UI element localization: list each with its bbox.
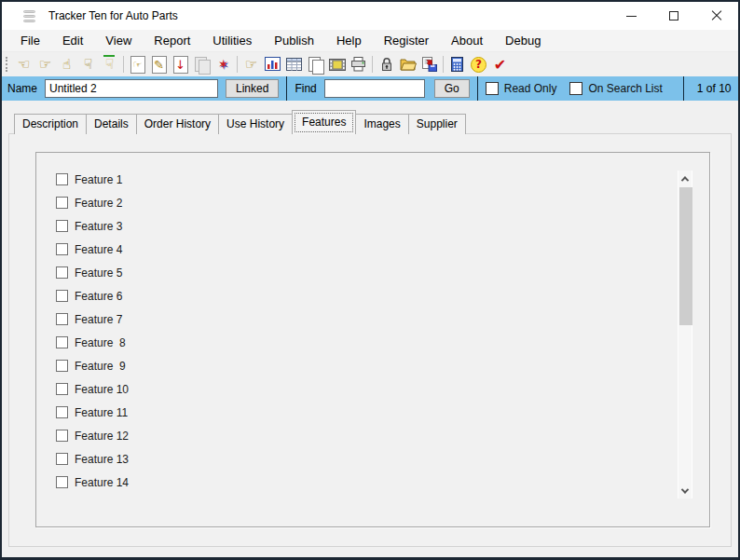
read-only-label: Read Only: [504, 82, 557, 95]
find-label: Find: [295, 82, 316, 95]
menu-edit[interactable]: Edit: [51, 30, 94, 51]
menu-utilities[interactable]: Utilities: [201, 30, 263, 51]
minimize-icon: [626, 16, 637, 17]
feature-checkbox-row[interactable]: Feature 11: [56, 405, 709, 419]
hand-up-icon[interactable]: ☝: [56, 54, 77, 75]
features-tab-page: Feature 1 Feature 2 Feature 3 Feature 4 …: [8, 133, 732, 547]
lock-icon[interactable]: [376, 54, 397, 75]
feature-6-checkbox[interactable]: [56, 290, 68, 302]
scrollbar-thumb[interactable]: [679, 187, 692, 325]
feature-checkbox-row[interactable]: Feature 9: [56, 359, 709, 373]
spellcheck-icon[interactable]: ✔: [489, 54, 511, 75]
feature-2-checkbox[interactable]: [56, 197, 68, 209]
menu-help[interactable]: Help: [325, 30, 373, 51]
tab-strip: Description Details Order History Use Hi…: [2, 110, 738, 134]
chevron-down-icon: [681, 485, 689, 493]
feature-12-checkbox[interactable]: [56, 430, 68, 442]
feature-8-checkbox[interactable]: [56, 336, 68, 348]
table-icon[interactable]: [283, 54, 305, 75]
feature-9-checkbox[interactable]: [56, 360, 68, 372]
menu-bar: File Edit View Report Utilities Publish …: [2, 30, 738, 52]
filmstrip-icon[interactable]: [326, 54, 348, 75]
feature-checkbox-row[interactable]: Feature 10: [56, 382, 709, 396]
nav-prev-record-icon[interactable]: ☜: [13, 54, 34, 75]
menu-file[interactable]: File: [9, 30, 51, 51]
nav-next-record-icon[interactable]: ☞: [34, 54, 56, 75]
minimize-button[interactable]: [610, 2, 652, 30]
feature-1-checkbox[interactable]: [56, 173, 68, 185]
feature-checkbox-row[interactable]: Feature 8: [56, 335, 709, 349]
tab-use-history[interactable]: Use History: [218, 114, 293, 134]
import-record-icon[interactable]: ↓: [170, 54, 191, 75]
feature-checkbox-row[interactable]: Feature 12: [56, 429, 709, 443]
read-only-checkbox[interactable]: Read Only: [486, 82, 557, 95]
title-bar: Tracker Ten for Auto Parts: [2, 2, 738, 30]
edit-record-icon[interactable]: ✎: [148, 54, 170, 75]
tab-supplier[interactable]: Supplier: [408, 114, 466, 134]
menu-view[interactable]: View: [94, 30, 143, 51]
feature-13-checkbox[interactable]: [56, 453, 68, 465]
feature-5-checkbox[interactable]: [56, 266, 68, 279]
menu-report[interactable]: Report: [143, 30, 201, 51]
toolbar-grip[interactable]: [6, 57, 9, 72]
feature-10-checkbox[interactable]: [56, 383, 68, 395]
open-folder-icon[interactable]: [397, 54, 418, 75]
tab-images[interactable]: Images: [355, 114, 408, 134]
menu-debug[interactable]: Debug: [494, 30, 552, 51]
tab-description[interactable]: Description: [14, 114, 87, 134]
maximize-icon: [669, 11, 678, 20]
close-button[interactable]: [695, 2, 738, 30]
feature-14-checkbox[interactable]: [56, 476, 68, 488]
feature-checkbox-row[interactable]: Feature 2: [56, 196, 709, 210]
feature-checkbox-row[interactable]: Feature 13: [56, 452, 709, 466]
feature-checkbox-row[interactable]: Feature 1: [56, 172, 709, 186]
on-search-list-checkbox[interactable]: On Search List: [569, 82, 662, 95]
scroll-down-button[interactable]: [678, 483, 692, 499]
feature-checkbox-row[interactable]: Feature 3: [56, 219, 709, 233]
feature-7-checkbox[interactable]: [56, 313, 68, 325]
tab-details[interactable]: Details: [86, 114, 137, 134]
calculator-icon[interactable]: [446, 54, 468, 75]
read-only-checkbox-box[interactable]: [486, 82, 499, 95]
tab-order-history[interactable]: Order History: [136, 114, 219, 134]
on-search-list-checkbox-box[interactable]: [569, 82, 582, 95]
new-record-icon[interactable]: ☞: [127, 54, 148, 75]
feature-11-checkbox[interactable]: [56, 406, 68, 418]
feature-4-checkbox[interactable]: [56, 243, 68, 255]
toolbar-separator: [443, 56, 444, 73]
feature-checkbox-row[interactable]: Feature 4: [56, 242, 709, 256]
toolbar-separator: [123, 56, 124, 73]
feature-checkbox-row[interactable]: Feature 14: [56, 475, 709, 489]
save-export-icon[interactable]: [418, 54, 440, 75]
hand-down-outline-icon[interactable]: ☟: [99, 54, 120, 75]
record-bar-divider: [477, 76, 478, 101]
app-window: Tracker Ten for Auto Parts File Edit Vie…: [0, 0, 740, 560]
feature-checkbox-row[interactable]: Feature 7: [56, 312, 709, 326]
on-search-list-label: On Search List: [588, 82, 662, 95]
record-position: 1 of 10: [697, 82, 732, 95]
menu-register[interactable]: Register: [373, 30, 440, 51]
close-icon: [711, 10, 722, 21]
find-input[interactable]: [324, 79, 425, 98]
chart-icon[interactable]: [262, 54, 283, 75]
feature-3-checkbox[interactable]: [56, 220, 68, 232]
hand-down-icon[interactable]: ☟: [77, 54, 99, 75]
name-input[interactable]: [45, 79, 218, 98]
maximize-button[interactable]: [652, 2, 695, 30]
copy-pages-icon[interactable]: [305, 54, 326, 75]
print-icon[interactable]: [348, 54, 369, 75]
menu-publish[interactable]: Publish: [263, 30, 325, 51]
feature-checkbox-row[interactable]: Feature 5: [56, 266, 709, 280]
delete-record-icon[interactable]: ✶: [212, 54, 234, 75]
help-icon[interactable]: ?: [468, 54, 489, 75]
window-title: Tracker Ten for Auto Parts: [48, 9, 178, 22]
go-button[interactable]: Go: [434, 79, 470, 98]
scroll-up-button[interactable]: [678, 171, 692, 186]
vertical-scrollbar[interactable]: [678, 171, 692, 499]
menu-about[interactable]: About: [440, 30, 494, 51]
linked-button[interactable]: Linked: [226, 79, 279, 98]
toolbar-separator: [372, 56, 373, 73]
find-record-icon[interactable]: ☞: [240, 54, 262, 75]
tab-features[interactable]: Features: [292, 110, 356, 134]
feature-checkbox-row[interactable]: Feature 6: [56, 289, 709, 303]
